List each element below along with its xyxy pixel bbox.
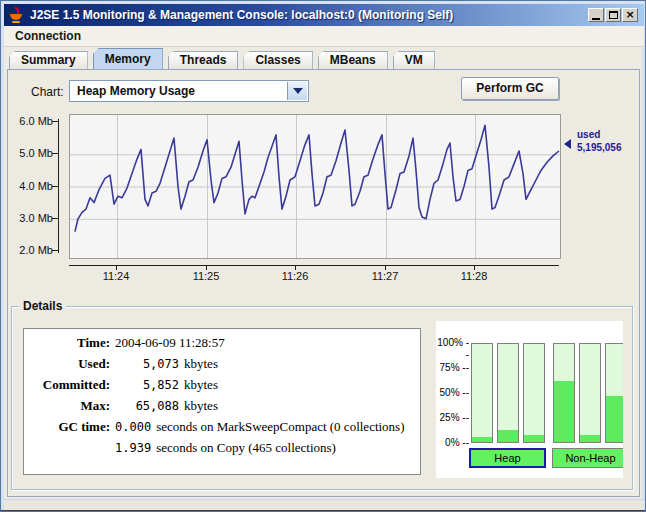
tab-memory[interactable]: Memory bbox=[93, 48, 163, 69]
jconsole-window: J2SE 1.5 Monitoring & Management Console… bbox=[0, 0, 646, 512]
menu-connection[interactable]: Connection bbox=[7, 29, 89, 43]
maximize-button[interactable] bbox=[605, 8, 621, 22]
title-bar[interactable]: J2SE 1.5 Monitoring & Management Console… bbox=[4, 4, 644, 26]
tab-summary[interactable]: Summary bbox=[9, 51, 88, 69]
tab-mbeans[interactable]: MBeans bbox=[318, 51, 388, 69]
tab-threads[interactable]: Threads bbox=[168, 51, 239, 69]
window-title: J2SE 1.5 Monitoring & Management Console… bbox=[30, 8, 453, 22]
tab-classes[interactable]: Classes bbox=[243, 51, 312, 69]
window-frame-right bbox=[642, 1, 645, 512]
menu-bar: Connection bbox=[4, 26, 644, 47]
java-cup-body bbox=[10, 14, 22, 20]
window-frame-left bbox=[1, 1, 4, 512]
window-bottom-frame bbox=[4, 499, 644, 510]
java-cup-steam bbox=[15, 7, 19, 14]
maximize-icon bbox=[609, 11, 618, 19]
tab-strip: Summary Memory Threads Classes MBeans VM bbox=[9, 48, 435, 69]
java-cup-icon bbox=[8, 7, 24, 23]
minimize-button[interactable] bbox=[588, 8, 604, 22]
java-cup-base bbox=[12, 21, 20, 23]
minimize-icon bbox=[592, 18, 600, 20]
close-button[interactable]: × bbox=[622, 8, 638, 22]
close-icon: × bbox=[625, 10, 634, 20]
tab-content-panel bbox=[7, 69, 640, 497]
tab-vm[interactable]: VM bbox=[393, 51, 435, 69]
